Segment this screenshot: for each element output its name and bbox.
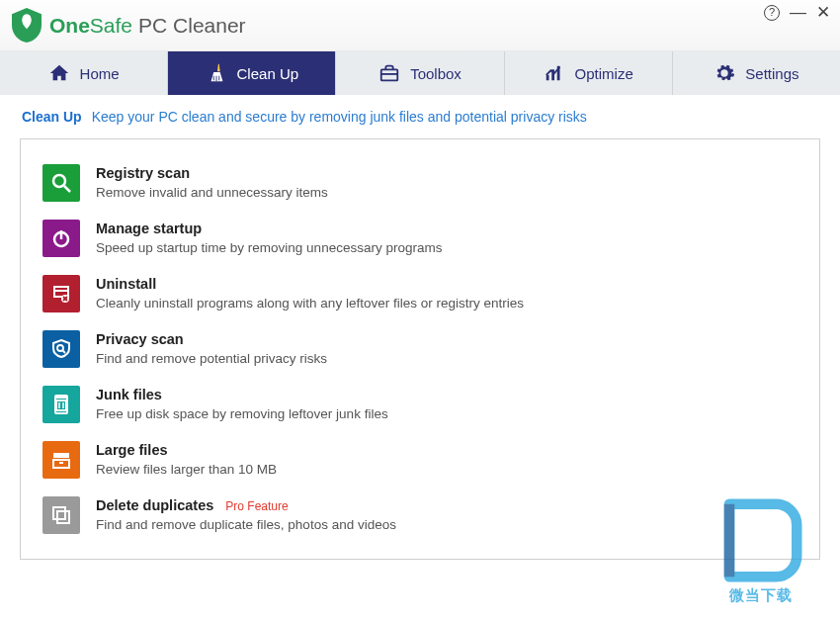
home-icon (48, 62, 70, 84)
watermark-caption: 微当下载 (729, 586, 793, 605)
tab-optimize[interactable]: Optimize (505, 51, 673, 95)
item-title: Uninstall (96, 275, 524, 294)
title-bar: One Safe PC Cleaner ? — ✕ (0, 0, 840, 51)
app-title: One Safe PC Cleaner (49, 14, 246, 38)
nav-bar: Home Clean Up Toolbox Optimize Settings (0, 51, 840, 95)
svg-rect-0 (381, 69, 398, 80)
window-controls: ? — ✕ (764, 4, 830, 21)
sub-header: Clean Up Keep your PC clean and secure b… (0, 95, 840, 134)
power-icon (42, 220, 80, 257)
tab-label: Optimize (575, 65, 633, 82)
item-desc: Cleanly uninstall programs along with an… (96, 295, 524, 312)
item-title: Large files (96, 441, 277, 460)
tab-toolbox[interactable]: Toolbox (336, 51, 504, 95)
item-delete-duplicates[interactable]: Delete duplicates Pro Feature Find and r… (42, 488, 798, 543)
item-junk-files[interactable]: Junk files Free up disk space by removin… (42, 377, 798, 432)
magnifier-icon (42, 164, 80, 202)
gear-icon (714, 62, 735, 84)
broom-icon (206, 62, 227, 84)
toolbox-icon (378, 62, 400, 84)
tab-label: Toolbox (410, 65, 462, 82)
tab-label: Settings (745, 65, 798, 82)
item-desc: Review files larger than 10 MB (96, 461, 277, 479)
tab-label: Home (80, 65, 120, 82)
tab-clean-up[interactable]: Clean Up (168, 51, 336, 95)
item-registry-scan[interactable]: Registry scan Remove invalid and unneces… (42, 155, 798, 211)
shield-search-icon (42, 330, 80, 368)
svg-rect-14 (55, 396, 67, 399)
item-large-files[interactable]: Large files Review files larger than 10 … (42, 432, 798, 488)
tab-settings[interactable]: Settings (673, 51, 840, 95)
feature-list: Registry scan Remove invalid and unneces… (20, 138, 820, 560)
svg-rect-21 (57, 511, 69, 523)
drawer-icon (42, 441, 80, 479)
help-button[interactable]: ? (764, 5, 780, 21)
chart-icon (544, 62, 565, 84)
close-button[interactable]: ✕ (816, 4, 830, 21)
item-desc: Remove invalid and unnecessary items (96, 184, 328, 202)
item-title: Registry scan (96, 164, 328, 183)
item-desc: Free up disk space by removing leftover … (96, 405, 388, 423)
duplicate-icon (42, 496, 80, 534)
item-title: Junk files (96, 386, 388, 404)
item-title: Manage startup (96, 220, 442, 238)
item-privacy-scan[interactable]: Privacy scan Find and remove potential p… (42, 321, 798, 377)
uninstall-icon (42, 275, 80, 312)
svg-line-12 (62, 350, 65, 353)
svg-point-2 (53, 175, 65, 187)
brand-safe: Safe (90, 14, 132, 38)
pro-badge: Pro Feature (225, 499, 288, 513)
brand-rest: PC Cleaner (138, 14, 246, 38)
svg-rect-20 (53, 507, 65, 519)
page-subtitle: Keep your PC clean and secure by removin… (92, 109, 587, 125)
item-title: Privacy scan (96, 330, 327, 349)
item-title: Delete duplicates Pro Feature (96, 496, 396, 515)
item-desc: Find and remove duplicate files, photos … (96, 516, 396, 534)
item-uninstall[interactable]: Uninstall Cleanly uninstall programs alo… (42, 266, 798, 321)
tab-label: Clean Up (237, 65, 299, 82)
brand-one: One (49, 14, 90, 38)
app-logo-icon (12, 9, 42, 43)
page-title: Clean Up (22, 109, 82, 125)
svg-rect-17 (53, 453, 69, 458)
minimize-button[interactable]: — (790, 4, 806, 21)
svg-line-3 (64, 186, 70, 192)
item-manage-startup[interactable]: Manage startup Speed up startup time by … (42, 211, 798, 266)
trash-icon (42, 386, 80, 423)
item-desc: Speed up startup time by removing unnece… (96, 239, 442, 257)
tab-home[interactable]: Home (0, 51, 168, 95)
item-desc: Find and remove potential privacy risks (96, 350, 327, 368)
